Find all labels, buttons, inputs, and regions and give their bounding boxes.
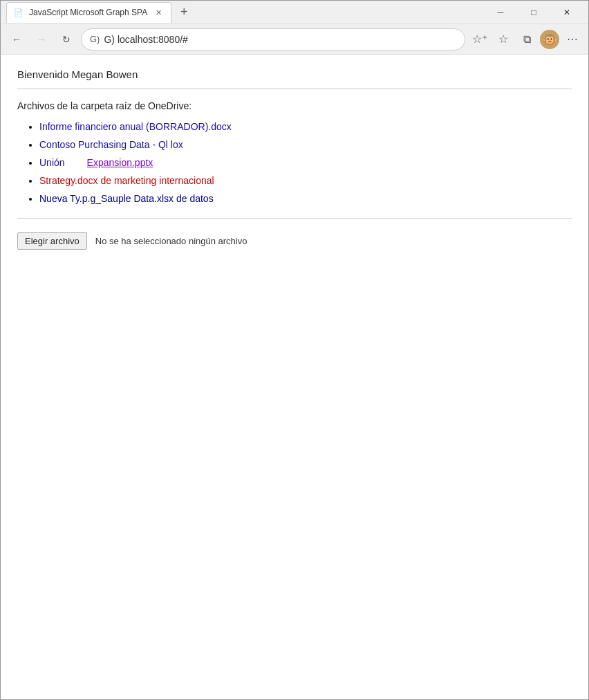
collections-icon[interactable]: ⧉	[516, 29, 537, 50]
browser-window: 📄 JavaScript Microsoft Graph SPA ✕ + ─ □…	[0, 0, 589, 700]
more-options-icon[interactable]: ⋯	[562, 29, 583, 50]
minimize-button[interactable]: ─	[485, 1, 516, 24]
no-file-label: No se ha seleccionado ningún archivo	[95, 236, 247, 246]
new-tab-button[interactable]: +	[174, 3, 194, 22]
back-button[interactable]: ←	[6, 29, 27, 50]
bookmark-icon[interactable]: ☆	[493, 29, 514, 50]
window-controls: ─ □ ✕	[485, 1, 583, 24]
maximize-button[interactable]: □	[518, 1, 550, 24]
list-item: Contoso Purchasing Data - Ql lox	[39, 139, 572, 150]
page-content: Bienvenido Megan Bowen Archivos de la ca…	[1, 55, 588, 699]
file-list: Informe financiero anual (BORRADOR).docx…	[17, 121, 572, 204]
title-bar-left: 📄 JavaScript Microsoft Graph SPA ✕ +	[6, 2, 485, 23]
navigation-bar: ← → ↻ G) G) localhost:8080/# ☆⁺ ☆ ⧉ 🐵 ⋯	[1, 24, 588, 55]
nav-icons-group: ☆⁺ ☆ ⧉ 🐵 ⋯	[469, 29, 583, 50]
reload-button[interactable]: ↻	[56, 29, 77, 50]
divider-bottom	[17, 218, 572, 219]
file-upload-row: Elegir archivo No se ha seleccionado nin…	[17, 232, 572, 250]
file-link-1[interactable]: Informe financiero anual (BORRADOR).docx	[39, 121, 232, 132]
profile-avatar[interactable]: 🐵	[540, 30, 559, 49]
tab-title: JavaScript Microsoft Graph SPA	[29, 8, 147, 17]
address-bar[interactable]: G) G) localhost:8080/#	[81, 28, 465, 50]
section-title: Archivos de la carpeta raíz de OneDrive:	[17, 100, 572, 111]
list-item: Strategy.docx de marketing internacional	[39, 175, 572, 186]
tab-close-button[interactable]: ✕	[153, 7, 164, 18]
choose-file-button[interactable]: Elegir archivo	[17, 232, 87, 250]
add-bookmark-icon[interactable]: ☆⁺	[469, 29, 490, 50]
list-item: Unión Expansion.pptx	[39, 157, 572, 168]
browser-tab[interactable]: 📄 JavaScript Microsoft Graph SPA ✕	[6, 2, 171, 23]
list-item: Nueva Ty.p.g_Sauple Data.xlsx de datos	[39, 193, 572, 204]
divider-top	[17, 89, 572, 89]
file-link-4[interactable]: Nueva Ty.p.g_Sauple Data.xlsx de datos	[39, 193, 214, 204]
file-link-2[interactable]: Contoso Purchasing Data - Ql lox	[39, 139, 183, 150]
file-link-3[interactable]: Strategy.docx de marketing internacional	[39, 175, 214, 186]
welcome-message: Bienvenido Megan Bowen	[17, 68, 572, 80]
file-link-expansion[interactable]: Expansion.pptx	[87, 157, 153, 168]
forward-button[interactable]: →	[31, 29, 52, 50]
address-bar-url: G) localhost:8080/#	[104, 34, 187, 45]
address-bar-icon: G)	[90, 34, 100, 44]
tab-page-icon: 📄	[14, 8, 24, 17]
close-button[interactable]: ✕	[551, 1, 583, 24]
union-spacer	[65, 157, 87, 168]
file-link-union-text[interactable]: Unión	[39, 157, 65, 168]
title-bar: 📄 JavaScript Microsoft Graph SPA ✕ + ─ □…	[1, 1, 588, 24]
union-line: Unión Expansion.pptx	[39, 157, 572, 168]
list-item: Informe financiero anual (BORRADOR).docx	[39, 121, 572, 132]
